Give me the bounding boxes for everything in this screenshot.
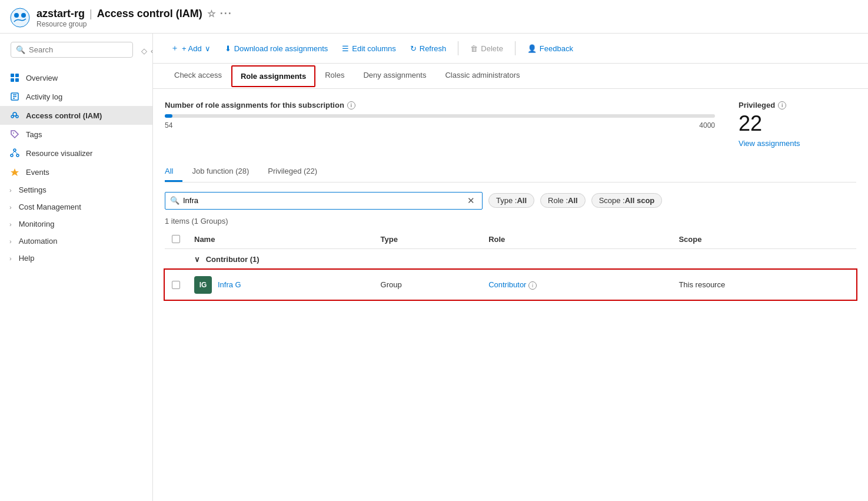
sidebar-search-box[interactable]: 🔍 bbox=[11, 42, 133, 58]
search-icon: 🔍 bbox=[170, 196, 179, 205]
row-checkbox[interactable] bbox=[172, 281, 180, 289]
clear-search-button[interactable]: ✕ bbox=[465, 195, 477, 206]
row-type-cell: Group bbox=[374, 270, 482, 300]
sidebar-item-overview[interactable]: Overview bbox=[0, 68, 152, 87]
edit-columns-label: Edit columns bbox=[352, 44, 395, 53]
sidebar-label-access-control: Access control (IAM) bbox=[26, 111, 102, 120]
refresh-icon: ↻ bbox=[410, 44, 417, 53]
sidebar-label-events: Events bbox=[26, 168, 49, 177]
sidebar: 🔍 ◇ « Overview Activity log Acces bbox=[0, 34, 153, 501]
stats-info-icon[interactable]: i bbox=[347, 101, 355, 110]
svg-rect-5 bbox=[11, 78, 14, 82]
filter-tab-all[interactable]: All bbox=[165, 162, 182, 182]
row-type: Group bbox=[381, 280, 402, 289]
iam-title: Access control (IAM) bbox=[97, 8, 202, 20]
assignments-table: Name Type Role Scope bbox=[165, 230, 856, 300]
sidebar-item-events[interactable]: Events bbox=[0, 162, 152, 181]
group-collapse-icon[interactable]: ∨ bbox=[194, 255, 200, 264]
tab-classic-administrators[interactable]: Classic administrators bbox=[435, 64, 529, 88]
table-header-role: Role bbox=[481, 230, 671, 249]
sidebar-item-activity-log[interactable]: Activity log bbox=[0, 87, 152, 106]
search-box[interactable]: 🔍 ✕ bbox=[165, 192, 483, 210]
svg-rect-4 bbox=[15, 74, 19, 77]
stats-label: Number of role assignments for this subs… bbox=[165, 101, 715, 110]
table-header-checkbox bbox=[165, 230, 187, 249]
resource-name: azstart-rg bbox=[36, 8, 85, 20]
view-assignments-link[interactable]: View assignments bbox=[739, 139, 856, 148]
privileged-info-icon[interactable]: i bbox=[778, 101, 786, 110]
privileged-count: 22 bbox=[739, 112, 856, 135]
filter-tab-privileged[interactable]: Privileged (22) bbox=[258, 162, 327, 182]
svg-point-13 bbox=[16, 115, 18, 118]
add-button[interactable]: ＋ + Add ∨ bbox=[165, 39, 217, 57]
row-name-cell: IG Infra G bbox=[187, 270, 374, 300]
sidebar-item-automation[interactable]: › Automation bbox=[0, 233, 152, 250]
sidebar-item-help[interactable]: › Help bbox=[0, 250, 152, 267]
table-header: Name Type Role Scope bbox=[165, 230, 856, 249]
svg-point-15 bbox=[14, 149, 16, 151]
sidebar-item-cost-management[interactable]: › Cost Management bbox=[0, 198, 152, 215]
main-layout: 🔍 ◇ « Overview Activity log Acces bbox=[0, 34, 868, 501]
sidebar-label-monitoring: Monitoring bbox=[19, 220, 55, 228]
diamond-icon: ◇ bbox=[141, 47, 147, 55]
sidebar-search-input[interactable] bbox=[29, 45, 128, 54]
table-header-type: Type bbox=[374, 230, 482, 249]
svg-point-14 bbox=[13, 132, 14, 134]
more-options-icon[interactable]: ··· bbox=[220, 8, 232, 20]
svg-rect-3 bbox=[11, 74, 14, 77]
select-all-checkbox[interactable] bbox=[172, 235, 180, 243]
favorite-icon[interactable]: ☆ bbox=[207, 8, 215, 19]
svg-point-2 bbox=[21, 13, 26, 18]
filter-tab-job-function[interactable]: Job function (28) bbox=[182, 162, 258, 182]
feedback-button[interactable]: 👤 Feedback bbox=[521, 41, 579, 57]
privileged-label: Privileged i bbox=[739, 101, 856, 110]
row-checkbox-cell bbox=[165, 270, 187, 300]
sidebar-item-access-control[interactable]: Access control (IAM) bbox=[0, 106, 152, 125]
search-input[interactable] bbox=[183, 196, 461, 205]
feedback-label: Feedback bbox=[540, 44, 573, 53]
tab-roles[interactable]: Roles bbox=[315, 64, 354, 88]
sidebar-label-automation: Automation bbox=[19, 237, 58, 245]
tab-role-assignments[interactable]: Role assignments bbox=[231, 65, 315, 87]
stats-numbers: 54 4000 bbox=[165, 121, 715, 130]
group-row-label: Contributor (1) bbox=[206, 255, 260, 264]
stats-privileged: Privileged i 22 View assignments bbox=[739, 101, 856, 148]
svg-point-0 bbox=[11, 8, 29, 27]
role-info-icon[interactable]: i bbox=[528, 281, 537, 290]
events-icon bbox=[9, 167, 20, 177]
filter-role[interactable]: Role : All bbox=[540, 193, 586, 208]
sidebar-item-settings[interactable]: › Settings bbox=[0, 181, 152, 198]
add-icon: ＋ bbox=[171, 43, 179, 54]
edit-columns-button[interactable]: ☰ Edit columns bbox=[336, 41, 401, 57]
sidebar-item-tags[interactable]: Tags bbox=[0, 125, 152, 144]
row-role-link[interactable]: Contributor bbox=[488, 280, 526, 289]
sidebar-item-resource-visualizer[interactable]: Resource visualizer bbox=[0, 144, 152, 162]
svg-marker-20 bbox=[11, 168, 19, 176]
row-scope-cell: This resource bbox=[671, 270, 856, 300]
table-header-name: Name bbox=[187, 230, 374, 249]
table-body: ∨ Contributor (1) IG bbox=[165, 248, 856, 300]
download-button[interactable]: ⬇ Download role assignments bbox=[219, 41, 334, 57]
svg-rect-6 bbox=[15, 78, 19, 82]
avatar-cell: IG Infra G bbox=[194, 276, 367, 294]
main-content: Number of role assignments for this subs… bbox=[153, 89, 868, 501]
table-header-scope: Scope bbox=[671, 230, 856, 249]
tab-check-access[interactable]: Check access bbox=[165, 64, 231, 88]
sidebar-search-row: 🔍 ◇ « bbox=[0, 38, 152, 68]
filter-scope[interactable]: Scope : All scop bbox=[591, 193, 663, 208]
svg-line-18 bbox=[12, 151, 15, 154]
filter-type[interactable]: Type : All bbox=[488, 193, 534, 208]
svg-point-1 bbox=[14, 13, 19, 18]
sidebar-item-monitoring[interactable]: › Monitoring bbox=[0, 215, 152, 233]
search-filter-row: 🔍 ✕ Type : All Role : All Scope : All sc… bbox=[165, 192, 856, 210]
svg-point-17 bbox=[16, 154, 19, 157]
sidebar-label-activity-log: Activity log bbox=[26, 92, 62, 101]
download-icon: ⬇ bbox=[225, 44, 231, 53]
refresh-button[interactable]: ↻ Refresh bbox=[404, 41, 453, 57]
stats-max: 4000 bbox=[699, 121, 715, 130]
sidebar-label-resource-visualizer: Resource visualizer bbox=[26, 149, 92, 158]
stats-row: Number of role assignments for this subs… bbox=[165, 101, 856, 148]
row-name-link[interactable]: Infra G bbox=[218, 280, 241, 289]
delete-button[interactable]: 🗑 Delete bbox=[464, 41, 509, 57]
tab-deny-assignments[interactable]: Deny assignments bbox=[354, 64, 435, 88]
